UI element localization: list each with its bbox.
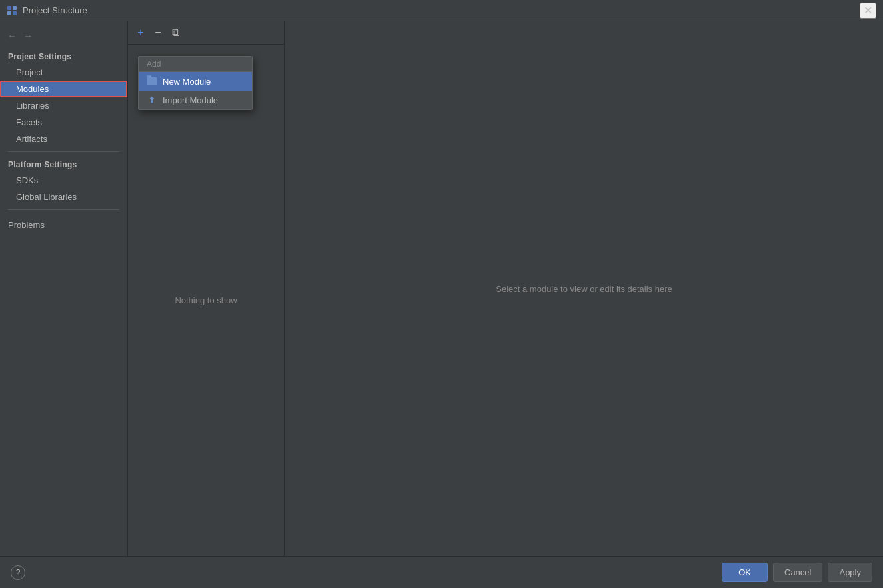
svg-rect-0 <box>7 6 11 10</box>
app-icon <box>7 5 17 16</box>
svg-rect-1 <box>13 6 17 10</box>
title-bar: Project Structure ✕ <box>0 0 883 21</box>
sidebar-divider-2 <box>8 209 119 210</box>
sidebar-divider <box>8 151 119 152</box>
add-dropdown-menu: Add New Module ⬆ Import Module <box>138 56 253 110</box>
forward-button[interactable]: → <box>21 29 35 43</box>
remove-button[interactable]: − <box>151 25 165 40</box>
help-button[interactable]: ? <box>11 565 25 580</box>
nav-controls: ← → <box>0 27 127 48</box>
import-module-icon: ⬆ <box>147 95 157 105</box>
bottom-bar: ? OK Cancel Apply <box>0 556 883 588</box>
dropdown-header: Add <box>139 57 252 72</box>
right-panel: Select a module to view or edit its deta… <box>285 21 883 556</box>
new-module-icon <box>147 76 157 87</box>
platform-settings-header: Platform Settings <box>0 156 127 172</box>
svg-rect-3 <box>13 11 17 15</box>
sidebar-item-libraries[interactable]: Libraries <box>0 97 127 114</box>
window-title: Project Structure <box>23 5 87 15</box>
sidebar: ← → Project Settings Project Modules Lib… <box>0 21 128 556</box>
new-module-item[interactable]: New Module <box>139 72 252 91</box>
add-button[interactable]: + <box>133 25 148 40</box>
main-layout: ← → Project Settings Project Modules Lib… <box>0 21 883 556</box>
title-bar-left: Project Structure <box>7 5 87 16</box>
back-button[interactable]: ← <box>5 29 19 43</box>
apply-button[interactable]: Apply <box>828 563 872 582</box>
center-toolbar: + − ⧉ <box>128 21 284 45</box>
bottom-left: ? <box>11 565 25 580</box>
sidebar-item-modules[interactable]: Modules <box>0 81 127 97</box>
sidebar-item-problems[interactable]: Problems <box>0 217 127 233</box>
import-module-item[interactable]: ⬆ Import Module <box>139 91 252 109</box>
sidebar-item-global-libraries[interactable]: Global Libraries <box>0 189 127 205</box>
sidebar-item-sdks[interactable]: SDKs <box>0 172 127 189</box>
sidebar-item-project[interactable]: Project <box>0 64 127 81</box>
ok-button[interactable]: OK <box>722 563 768 582</box>
close-button[interactable]: ✕ <box>860 3 876 19</box>
bottom-right: OK Cancel Apply <box>722 563 872 582</box>
sidebar-item-facets[interactable]: Facets <box>0 114 127 131</box>
cancel-button[interactable]: Cancel <box>773 563 822 582</box>
sidebar-item-artifacts[interactable]: Artifacts <box>0 131 127 147</box>
svg-rect-2 <box>7 11 11 15</box>
copy-button[interactable]: ⧉ <box>168 25 183 40</box>
project-settings-header: Project Settings <box>0 48 127 64</box>
center-empty-message: Nothing to show <box>128 45 284 556</box>
